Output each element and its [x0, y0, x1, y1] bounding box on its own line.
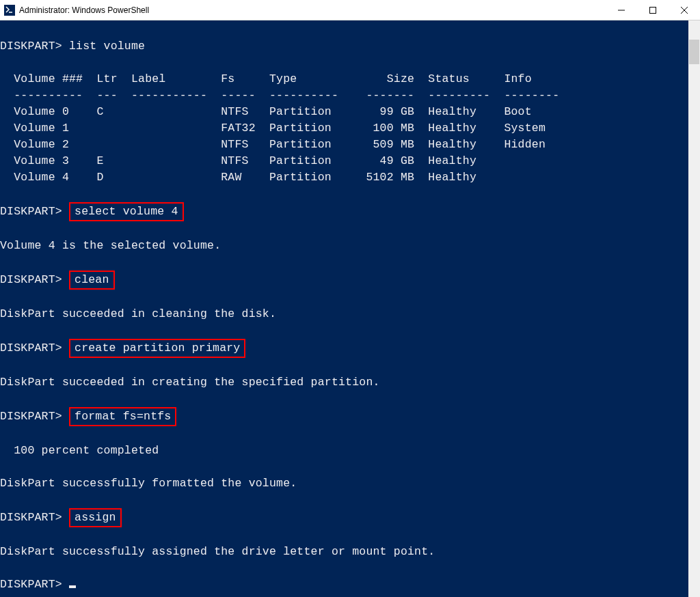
powershell-icon: [4, 5, 15, 16]
terminal[interactable]: DISKPART> list volume Volume ### Ltr Lab…: [0, 20, 700, 597]
minimize-button[interactable]: [606, 0, 637, 20]
scrollbar[interactable]: [688, 20, 700, 597]
maximize-button[interactable]: [637, 0, 669, 20]
cmd-clean: clean: [69, 270, 115, 290]
cmd-create-partition: create partition primary: [69, 339, 245, 358]
window-controls: [606, 0, 700, 20]
titlebar: Administrator: Windows PowerShell: [0, 0, 700, 20]
terminal-output: DISKPART> list volume Volume ### Ltr Lab…: [0, 20, 700, 594]
scroll-thumb[interactable]: [689, 40, 699, 64]
cmd-select-volume: select volume 4: [69, 202, 184, 221]
svg-rect-2: [650, 7, 656, 13]
cursor: [69, 585, 76, 588]
cmd-format: format fs=ntfs: [69, 407, 176, 426]
window-title: Administrator: Windows PowerShell: [19, 5, 606, 15]
close-button[interactable]: [669, 0, 700, 20]
cmd-assign: assign: [69, 508, 122, 527]
